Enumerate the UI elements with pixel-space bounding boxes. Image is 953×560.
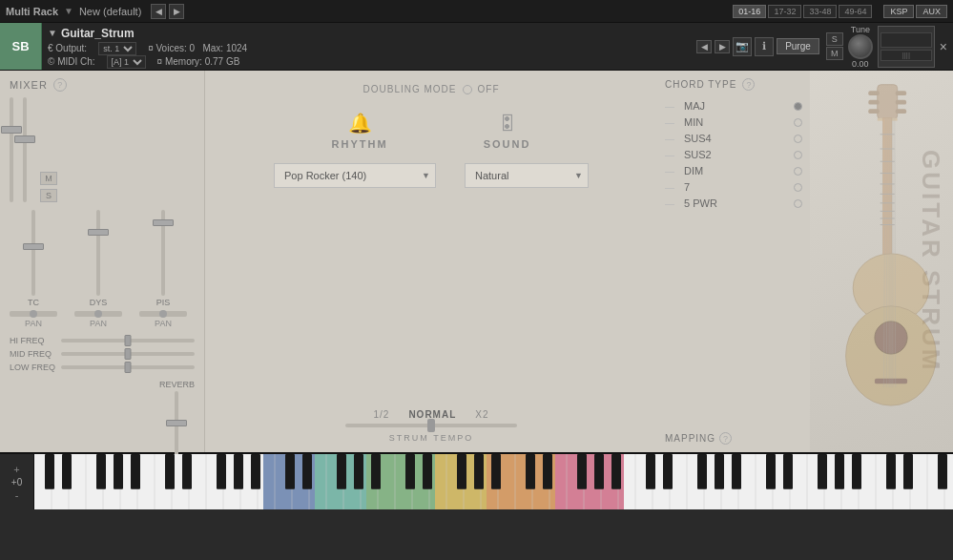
sound-select[interactable]: Natural Bright Warm Mellow [465,163,589,188]
output-select[interactable]: st. 1 [98,42,136,55]
svg-rect-111 [182,454,192,489]
nav-right-btn[interactable]: ▶ [169,4,184,19]
midi-label: © MIDI Ch: [48,56,95,67]
app-title: Multi Rack [6,6,58,17]
svg-rect-34 [315,454,332,509]
svg-rect-38 [383,454,401,509]
aux-btn[interactable]: AUX [916,5,947,18]
close-btn[interactable]: × [940,39,947,54]
svg-rect-142 [938,454,947,489]
svg-rect-134 [732,454,741,489]
chord-min-label: MIN [684,116,790,128]
svg-rect-133 [715,454,724,489]
chord-help-icon[interactable]: ? [742,78,755,91]
svg-rect-108 [114,454,123,489]
svg-rect-122 [457,454,466,489]
hi-freq-label: HI FREQ [10,336,55,345]
s-mix-btn[interactable]: S [40,189,57,202]
fader-pis[interactable] [153,219,174,226]
range-btn-2[interactable]: 17-32 [768,5,801,18]
doubling-value: OFF [478,84,500,94]
mixer-help-icon[interactable]: ? [53,78,67,92]
pan-pis-label: PAN [155,319,172,328]
svg-rect-45 [504,454,521,509]
tune-knob[interactable] [848,34,873,59]
pan-pis-handle[interactable] [159,310,167,318]
svg-rect-115 [285,454,295,489]
hi-freq-handle[interactable] [125,335,132,346]
svg-rect-135 [766,454,776,489]
fader-tc[interactable] [23,243,44,250]
doubling-indicator[interactable] [463,85,472,94]
midi-select[interactable]: [A] 1 [107,55,146,69]
doubling-label: DOUBLING MODE [363,84,456,94]
info-icon-btn[interactable]: ℹ [755,37,774,56]
ksp-btn[interactable]: KSP [883,5,914,18]
svg-rect-116 [302,454,312,489]
svg-rect-3 [868,109,879,114]
svg-rect-107 [96,454,106,489]
svg-rect-4 [896,91,906,95]
svg-rect-106 [62,454,72,489]
caret-icon: ▼ [64,6,73,16]
fader-main-2[interactable] [14,135,35,143]
range-btn-4[interactable]: 49-64 [839,5,872,18]
output-label: € Output: [48,43,87,53]
chord-dim-dot[interactable] [794,167,802,176]
chord-7-dot[interactable] [794,183,802,192]
chord-row-maj: — MAJ [665,100,802,112]
mixer-title: MIXER [10,79,48,91]
mapping-help-icon[interactable]: ? [719,432,732,445]
nav-right-inst-btn[interactable]: ▶ [715,40,730,53]
memory-info: ¤ Memory: 0.77 GB [157,56,240,67]
svg-rect-131 [663,454,673,489]
piano-svg[interactable]: .wk { fill: #f0f0f0; stroke: #bbb; strok… [34,454,953,509]
svg-rect-127 [577,454,587,489]
svg-rect-31 [263,454,280,509]
nav-left-btn[interactable]: ◀ [151,4,166,19]
pan-tc-label: PAN [25,319,42,328]
svg-rect-121 [423,454,432,489]
s-button[interactable]: S [826,32,843,46]
range-btn-3[interactable]: 33-48 [803,5,837,18]
octave-up-btn[interactable]: + [13,464,19,475]
svg-rect-105 [45,454,54,489]
nav-left-inst-btn[interactable]: ◀ [696,40,712,53]
instrument-icon[interactable]: SB [0,23,42,70]
svg-rect-2 [868,100,879,105]
svg-rect-119 [371,454,381,489]
m-button[interactable]: M [826,47,843,60]
pan-dys-handle[interactable] [94,310,102,318]
low-freq-label: LOW FREQ [10,363,55,372]
chord-row-sus4: — SUS4 [665,133,802,144]
pan-tc-handle[interactable] [30,310,37,318]
chord-pwr-dot[interactable] [794,199,802,208]
chord-sus2-dot[interactable] [794,151,802,159]
svg-rect-124 [491,454,501,489]
chord-min-dot[interactable] [794,118,802,127]
m-mix-btn[interactable]: M [40,172,57,185]
camera-icon[interactable]: 📷 [733,37,752,56]
purge-btn[interactable]: Purge [777,38,819,54]
range-btn-1[interactable]: 01-16 [733,5,766,18]
svg-rect-117 [337,454,346,489]
octave-down-btn[interactable]: - [15,489,19,501]
low-freq-handle[interactable] [125,362,132,373]
chord-row-7: — 7 [665,181,802,193]
fader-tc-label: TC [28,298,39,307]
chord-row-sus2: — SUS2 [665,149,802,160]
svg-rect-6 [896,109,906,114]
chord-sus4-dot[interactable] [794,135,802,143]
svg-rect-129 [611,454,621,489]
reverb-handle[interactable] [166,420,187,426]
svg-rect-48 [555,454,572,509]
svg-rect-109 [131,454,140,489]
piano-keys-container: .wk { fill: #f0f0f0; stroke: #bbb; strok… [34,454,953,509]
fader-dys[interactable] [88,229,109,236]
rhythm-select[interactable]: Pop Rocker (140) Ballad (80) Funk (120) … [274,163,436,188]
mid-freq-handle[interactable] [125,348,132,360]
svg-rect-112 [217,454,226,489]
tempo-slider-handle[interactable] [427,419,435,432]
chord-maj-dot[interactable] [794,102,802,111]
fader-main-1[interactable] [1,126,22,134]
